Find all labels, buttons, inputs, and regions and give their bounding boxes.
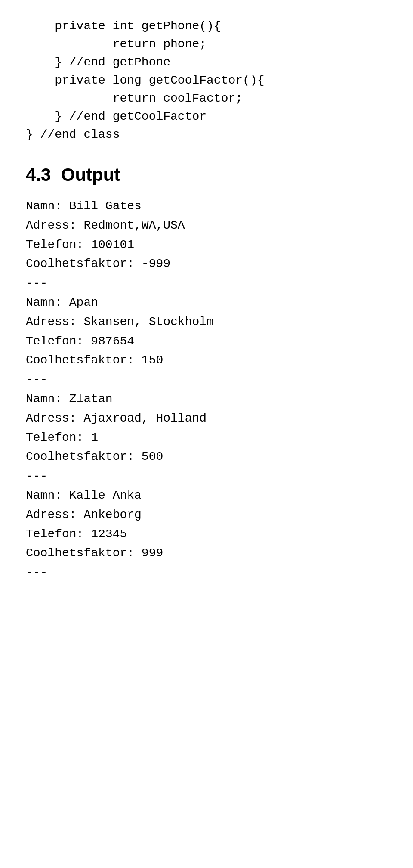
output-line-11: Adress: Ajaxroad, Holland [26, 409, 387, 428]
code-line-8: } //end class [26, 126, 387, 144]
output-line-12: Telefon: 1 [26, 428, 387, 448]
output-line-16: Adress: Ankeborg [26, 505, 387, 525]
output-line-9: --- [26, 370, 387, 390]
output-line-18: Coolhetsfaktor: 999 [26, 544, 387, 563]
output-line-4: --- [26, 274, 387, 293]
output-line-7: Telefon: 987654 [26, 332, 387, 351]
code-line-2: return phone; [26, 35, 387, 53]
code-line-5: private long getCoolFactor(){ [26, 71, 387, 90]
output-line-2: Telefon: 100101 [26, 236, 387, 255]
output-line-14: --- [26, 467, 387, 486]
output-line-1: Adress: Redmont,WA,USA [26, 216, 387, 236]
output-line-0: Namn: Bill Gates [26, 197, 387, 216]
output-line-13: Coolhetsfaktor: 500 [26, 447, 387, 467]
code-line-3: } //end getPhone [26, 53, 387, 71]
code-line-7: } //end getCoolFactor [26, 108, 387, 126]
code-block: private int getPhone(){ return phone; } … [26, 17, 387, 144]
section-heading: 4.3 Output [26, 161, 387, 188]
output-block: Namn: Bill Gates Adress: Redmont,WA,USA … [26, 197, 387, 583]
output-line-6: Adress: Skansen, Stockholm [26, 313, 387, 332]
code-line-6: return coolFactor; [26, 90, 387, 108]
code-line-1: private int getPhone(){ [26, 17, 387, 35]
section-number: 4.3 [26, 164, 51, 185]
section-title: Output [61, 164, 120, 185]
output-line-15: Namn: Kalle Anka [26, 486, 387, 505]
output-line-5: Namn: Apan [26, 293, 387, 313]
output-line-10: Namn: Zlatan [26, 390, 387, 409]
output-line-3: Coolhetsfaktor: -999 [26, 254, 387, 274]
output-line-8: Coolhetsfaktor: 150 [26, 351, 387, 370]
output-line-19: --- [26, 563, 387, 583]
output-line-17: Telefon: 12345 [26, 525, 387, 544]
